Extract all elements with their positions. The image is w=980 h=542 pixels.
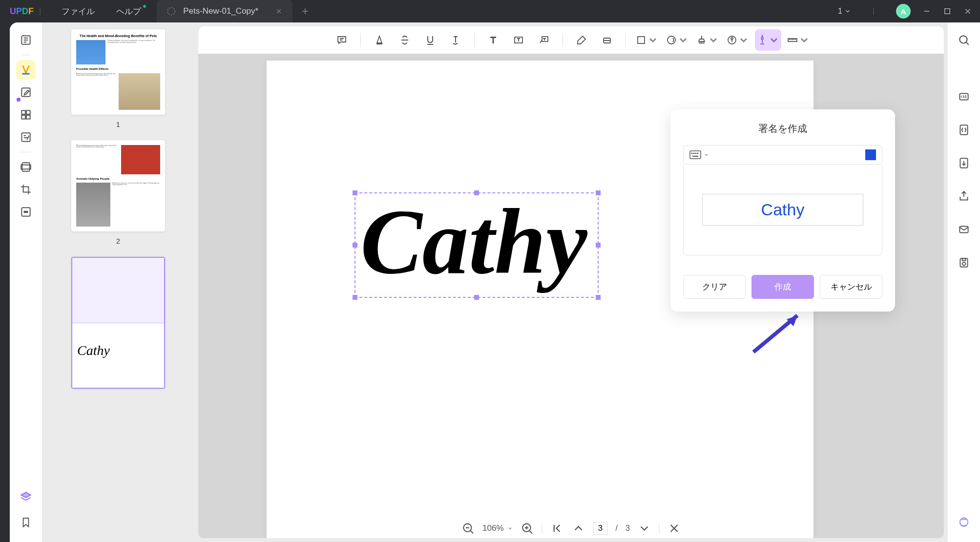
active-tool-indicator-icon [17,98,21,102]
share-button[interactable] [954,187,974,206]
sticker-button[interactable] [664,29,690,51]
close-window-button[interactable] [963,7,972,16]
page-thumbnail-1[interactable]: The Health and Mood-Boosting Benefits of… [71,29,165,115]
resize-handle-icon[interactable] [474,295,479,300]
convert-button[interactable] [954,120,974,140]
zoom-in-button[interactable] [521,521,534,535]
keyboard-icon [689,150,701,159]
resize-handle-icon[interactable] [596,190,601,195]
comment-tool[interactable] [16,60,36,80]
crop-tool[interactable] [16,180,36,199]
highlight-button[interactable] [369,29,390,51]
zoom-out-button[interactable] [461,521,475,535]
protect-tool[interactable] [16,157,36,177]
page-input[interactable] [593,522,608,535]
chevron-down-icon [768,34,780,46]
prev-page-button[interactable] [572,521,585,535]
resize-handle-icon[interactable] [596,243,601,248]
chevron-down-icon [704,152,709,157]
svg-point-19 [731,38,733,40]
note-button[interactable] [331,29,353,51]
resize-handle-icon[interactable] [596,295,601,300]
squiggly-button[interactable] [445,29,466,51]
svg-rect-14 [542,37,548,42]
sync-indicator[interactable]: 1 [838,7,851,16]
eraser-button[interactable] [596,29,618,51]
thumbnail-panel[interactable]: The Health and Mood-Boosting Benefits of… [42,22,194,542]
maximize-button[interactable] [943,7,952,16]
cancel-button[interactable]: キャンセル [820,275,882,299]
svg-rect-6 [26,110,30,114]
separator [659,523,660,533]
svg-rect-7 [21,115,25,119]
resize-handle-icon[interactable] [353,243,357,248]
menu-file[interactable]: ファイル [62,6,95,17]
page-thumbnail-2[interactable]: NIH is funding large-scale surveys to fi… [71,140,165,231]
layers-button[interactable] [16,487,36,507]
tab-title: Pets-New-01_Copy* [183,6,258,16]
menu-help[interactable]: ヘルプ [116,6,141,17]
underline-button[interactable] [419,29,441,51]
textbox-button[interactable] [508,29,529,51]
minimize-button[interactable] [922,7,931,16]
signature-button[interactable] [755,29,781,51]
form-tool[interactable] [16,127,36,147]
page-thumbnail-3[interactable]: Cathy [71,257,165,389]
resize-handle-icon[interactable] [353,295,357,300]
status-bar: 106% / 3 [451,519,691,538]
callout-button[interactable] [533,29,555,51]
search-button[interactable] [954,30,974,50]
resize-handle-icon[interactable] [353,190,357,195]
compress-button[interactable] [954,153,974,173]
svg-rect-1 [945,9,950,14]
next-page-button[interactable] [638,521,651,535]
new-tab-button[interactable] [300,6,310,16]
color-swatch[interactable] [865,149,876,160]
svg-rect-26 [692,156,698,157]
svg-point-24 [695,153,696,154]
thumb-image-icon [76,40,105,64]
close-tab-icon[interactable] [275,7,283,15]
titlebar: UPDF | ファイル ヘルプ Pets-New-01_Copy* 1 | A [0,0,980,22]
notification-dot-icon [143,5,146,8]
chevron-down-icon [708,34,719,46]
organize-tool[interactable] [16,105,36,125]
strikethrough-button[interactable] [394,29,416,51]
svg-point-25 [697,153,698,154]
bookmark-button[interactable] [16,513,36,532]
chevron-down-icon [508,526,513,531]
ocr-button[interactable] [954,87,974,106]
close-bar-button[interactable] [667,521,681,535]
svg-point-17 [667,36,675,44]
chevron-down-icon [738,34,750,46]
shape-button[interactable] [634,29,660,51]
create-button[interactable]: 作成 [751,275,814,299]
reader-tool[interactable] [16,30,36,50]
stamp-button[interactable] [694,29,721,51]
signature-dialog: 署名を作成 クリア 作成 キャンセル [670,109,895,312]
svg-point-22 [691,153,692,154]
save-button[interactable] [954,253,974,272]
pencil-button[interactable] [571,29,592,51]
svg-rect-36 [962,258,966,260]
redact-tool[interactable] [16,202,36,222]
clear-button[interactable]: クリア [683,275,746,299]
zoom-level[interactable]: 106% [482,523,512,533]
ai-assistant-button[interactable] [954,513,974,532]
text-button[interactable] [482,29,504,51]
thumb-heading: The Health and Mood-Boosting Benefits of… [76,34,160,38]
dialog-title: 署名を作成 [683,122,882,135]
attachment-button[interactable] [725,29,751,51]
document-tab[interactable]: Pets-New-01_Copy* [157,0,292,22]
input-mode-select[interactable] [689,150,709,159]
user-avatar[interactable]: A [896,4,911,19]
annotation-toolbar [198,26,944,54]
separator: | [39,7,41,16]
signature-selection[interactable]: Cathy [354,192,599,298]
separator [626,33,626,47]
chevron-down-icon [844,8,851,15]
email-button[interactable] [954,220,974,239]
first-page-button[interactable] [550,521,564,535]
signature-input[interactable] [702,194,863,226]
measure-button[interactable] [785,29,812,51]
